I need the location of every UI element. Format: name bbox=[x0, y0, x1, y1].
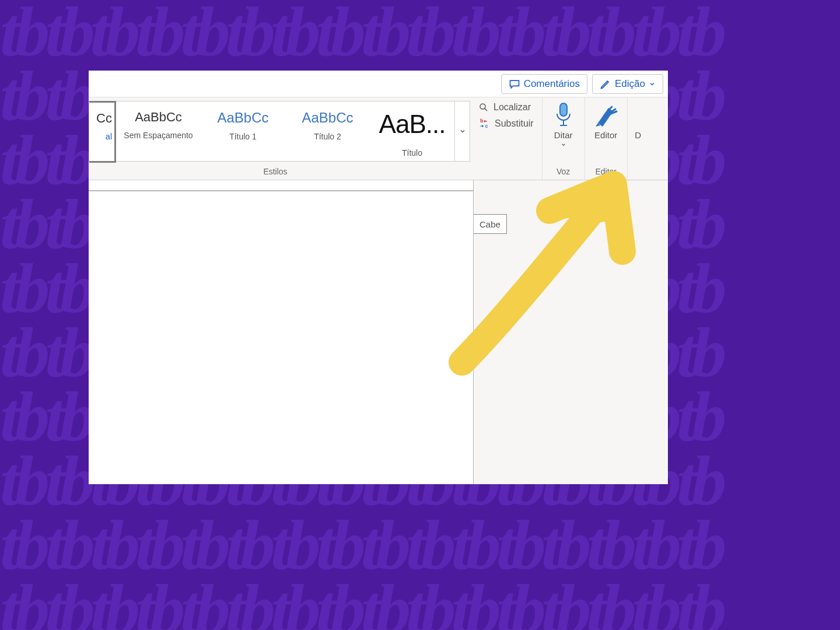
styles-group: Cc al AaBbCc Sem Espaçamento AaBbCc Títu… bbox=[89, 97, 470, 180]
styles-more-button[interactable] bbox=[454, 102, 470, 161]
comments-label: Comentários bbox=[524, 78, 580, 90]
document-page[interactable] bbox=[89, 191, 474, 484]
style-no-spacing[interactable]: AaBbCc Sem Espaçamento bbox=[116, 102, 201, 161]
svg-point-0 bbox=[480, 104, 485, 109]
editing-mode-button[interactable]: Edição bbox=[592, 74, 663, 94]
editor-label: Editor bbox=[594, 130, 617, 140]
editor-button[interactable] bbox=[592, 101, 620, 129]
style-name: al bbox=[106, 132, 112, 141]
style-preview: AaB... bbox=[379, 110, 446, 139]
word-app-window: Comentários Edição Cc al AaBbCc Sem Espa… bbox=[89, 71, 668, 484]
dictate-label: Ditar bbox=[554, 130, 573, 140]
style-preview: Cc bbox=[96, 111, 112, 126]
header-tag-text: Cabe bbox=[480, 219, 501, 229]
style-preview: AaBbCc bbox=[135, 110, 182, 125]
comment-icon bbox=[509, 78, 520, 90]
style-name: Título 2 bbox=[314, 132, 341, 141]
voice-group-label: Voz bbox=[542, 167, 584, 176]
editor-group-label: Editor bbox=[585, 167, 627, 176]
document-page-edge bbox=[89, 180, 474, 191]
header-section-tag[interactable]: Cabe bbox=[474, 214, 507, 234]
dictate-dropdown[interactable] bbox=[561, 141, 566, 149]
chevron-down-icon bbox=[459, 128, 466, 135]
editor-group: Editor Editor bbox=[585, 97, 628, 180]
replace-button[interactable]: b c Substituir bbox=[478, 118, 534, 129]
editor-pen-icon bbox=[593, 102, 619, 128]
find-button[interactable]: Localizar bbox=[478, 102, 534, 113]
svg-text:c: c bbox=[485, 123, 488, 129]
style-normal-partial[interactable]: Cc al bbox=[89, 101, 116, 163]
comments-button[interactable]: Comentários bbox=[501, 74, 587, 94]
style-heading-2[interactable]: AaBbCc Título 2 bbox=[285, 102, 370, 161]
replace-label: Substituir bbox=[495, 118, 534, 129]
ribbon-home: Cc al AaBbCc Sem Espaçamento AaBbCc Títu… bbox=[89, 97, 668, 180]
style-preview: AaBbCc bbox=[217, 110, 268, 126]
style-name: Título 1 bbox=[229, 132, 257, 141]
pencil-icon bbox=[600, 78, 611, 90]
style-title[interactable]: AaB... Título bbox=[370, 102, 454, 161]
styles-gallery: Cc al AaBbCc Sem Espaçamento AaBbCc Títu… bbox=[89, 101, 470, 162]
find-label: Localizar bbox=[494, 102, 531, 113]
style-preview: AaBbCc bbox=[302, 110, 353, 126]
editing-group: Localizar b c Substituir bbox=[470, 97, 542, 180]
document-area: Cabe bbox=[89, 180, 668, 484]
style-heading-1[interactable]: AaBbCc Título 1 bbox=[201, 102, 285, 161]
search-icon bbox=[478, 102, 489, 113]
partial-right-group: D bbox=[628, 97, 642, 180]
svg-text:b: b bbox=[480, 118, 483, 124]
chevron-down-icon bbox=[649, 80, 656, 88]
replace-icon: b c bbox=[478, 118, 490, 129]
dictate-button[interactable] bbox=[550, 101, 578, 129]
editing-mode-label: Edição bbox=[615, 78, 645, 90]
microphone-icon bbox=[553, 102, 574, 128]
style-name: Título bbox=[402, 148, 422, 158]
style-name: Sem Espaçamento bbox=[124, 131, 192, 140]
partial-label: D bbox=[635, 130, 641, 140]
chevron-down-icon bbox=[561, 142, 566, 148]
voice-group: Ditar Voz bbox=[542, 97, 585, 180]
styles-group-label: Estilos bbox=[89, 167, 462, 176]
svg-rect-3 bbox=[560, 103, 567, 116]
title-bar-right: Comentários Edição bbox=[89, 71, 668, 97]
